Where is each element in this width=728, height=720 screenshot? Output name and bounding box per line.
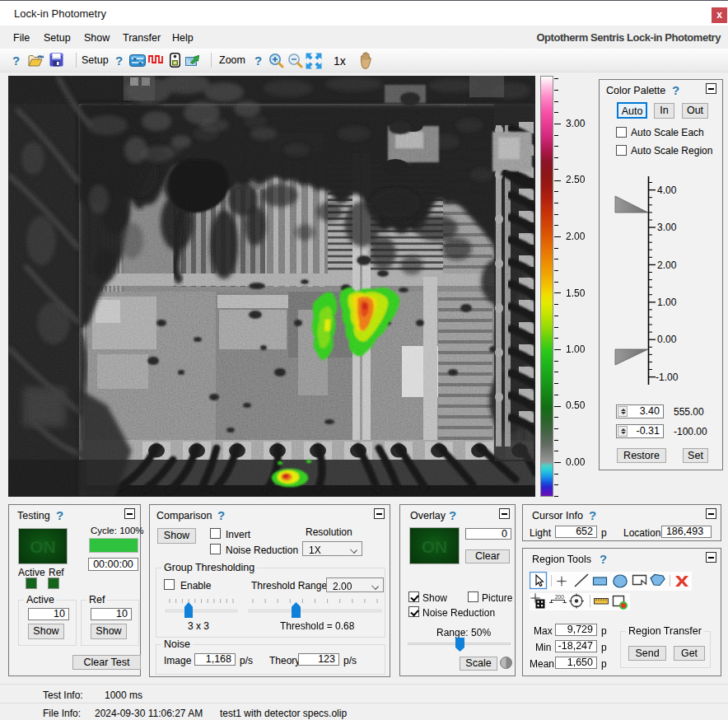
svg-text:200: 200	[555, 594, 564, 600]
